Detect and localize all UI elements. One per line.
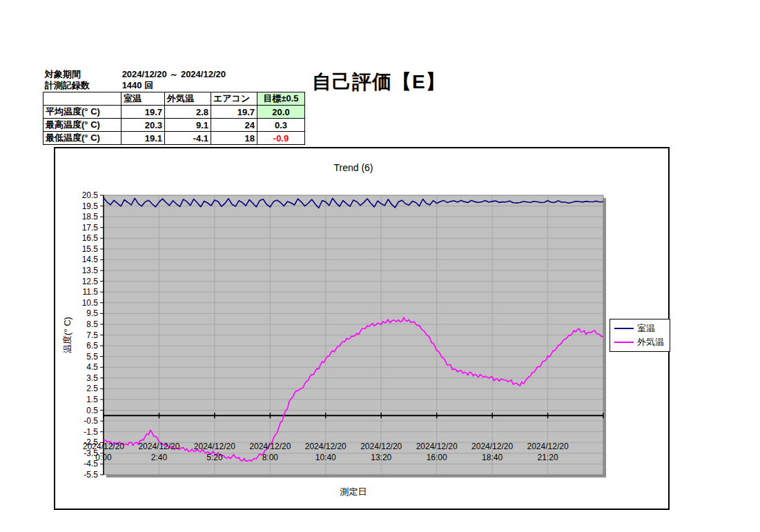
table-header-row: 室温 外気温 エアコン 目標±0.5 — [43, 92, 305, 106]
avg-room-temp: 19.7 — [121, 106, 165, 119]
x-tick-label-date: 2024/12/20 — [471, 442, 513, 451]
record-count-row: 計測記録数 1440 回 — [45, 79, 153, 92]
trend-chart: 20.519.518.517.516.515.514.513.512.511.5… — [54, 147, 670, 510]
chart-legend: 室温 外気温 — [610, 319, 670, 352]
y-tick-label: 4.5 — [86, 362, 98, 372]
max-aircon: 24 — [211, 119, 257, 132]
y-tick-label: 5.5 — [86, 352, 98, 362]
x-tick-label-date: 2024/12/20 — [249, 442, 291, 451]
x-tick-label-date: 2024/12/20 — [360, 442, 402, 451]
legend-label-outdoor-temp: 外気温 — [637, 336, 664, 348]
min-outdoor-temp: -4.1 — [165, 132, 211, 145]
self-evaluation-heading: 自己評価【E】 — [312, 69, 446, 95]
avg-outdoor-temp: 2.8 — [165, 106, 211, 119]
report-page: 対象期間 2024/12/20 ～ 2024/12/20 計測記録数 1440 … — [0, 0, 760, 532]
y-tick-label: 13.5 — [82, 266, 99, 275]
row-label-average: 平均温度(° C) — [43, 106, 121, 119]
legend-label-room-temp: 室温 — [637, 322, 655, 335]
max-outdoor-temp: 9.1 — [165, 119, 211, 132]
legend-item-room-temp: 室温 — [614, 322, 670, 335]
x-tick-label-time: 8:00 — [262, 453, 279, 462]
target-period-value: 2024/12/20 ～ 2024/12/20 — [122, 69, 226, 79]
y-tick-label: 17.5 — [82, 223, 99, 233]
y-tick-label: 8.5 — [86, 319, 98, 329]
y-tick-label: 20.5 — [82, 190, 99, 200]
x-tick-label-time: 10:40 — [315, 453, 336, 462]
y-tick-label: -0.5 — [84, 416, 98, 426]
min-target-delta: -0.9 — [257, 132, 305, 145]
x-tick-label-date: 2024/12/20 — [194, 442, 235, 451]
y-tick-label: 14.5 — [82, 255, 99, 264]
x-tick-label-date: 2024/12/20 — [305, 442, 347, 451]
target-value: 20.0 — [257, 106, 305, 119]
record-count-label: 計測記録数 — [45, 79, 119, 92]
y-tick-label: 10.5 — [82, 298, 99, 308]
x-tick-label-time: 0:00 — [95, 453, 112, 462]
legend-item-outdoor-temp: 外気温 — [614, 335, 670, 349]
y-tick-label: 2.5 — [86, 384, 98, 393]
stats-table: 室温 外気温 エアコン 目標±0.5 平均温度(° C) 19.7 2.8 19… — [43, 92, 305, 145]
y-tick-label: 6.5 — [86, 341, 98, 351]
y-tick-label: -1.5 — [84, 427, 98, 437]
x-tick-label-date: 2024/12/20 — [83, 442, 124, 451]
y-tick-label: 15.5 — [82, 244, 99, 254]
record-count-value: 1440 回 — [122, 80, 154, 90]
header-target: 目標±0.5 — [257, 92, 305, 106]
y-tick-label: 3.5 — [86, 373, 98, 383]
y-tick-label: 1.5 — [86, 395, 98, 404]
min-aircon: 18 — [211, 132, 257, 145]
max-target-delta: 0.3 — [257, 119, 305, 132]
x-tick-label-time: 18:40 — [482, 453, 503, 462]
room-temp-line-swatch — [614, 328, 634, 329]
x-tick-label-time: 16:00 — [427, 453, 447, 462]
y-tick-label: -5.5 — [84, 470, 98, 480]
y-tick-label: 11.5 — [83, 287, 99, 297]
y-tick-labels: 20.519.518.517.516.515.514.513.512.511.5… — [82, 190, 99, 480]
y-tick-label: 19.5 — [82, 201, 99, 211]
header-aircon: エアコン — [211, 92, 257, 106]
x-axis-title: 測定日 — [55, 486, 652, 498]
row-label-min: 最低温度(° C) — [43, 132, 121, 145]
y-tick-label: 18.5 — [82, 212, 99, 221]
header-outdoor-temp: 外気温 — [165, 92, 211, 106]
y-axis — [100, 195, 104, 475]
x-tick-label-time: 2:40 — [151, 453, 168, 462]
header-room-temp: 室温 — [121, 92, 165, 106]
y-tick-label: 12.5 — [82, 277, 99, 286]
chart-title: Trend (6) — [55, 162, 652, 173]
table-row: 最低温度(° C) 19.1 -4.1 18 -0.9 — [43, 132, 305, 145]
y-tick-label: 0.5 — [86, 406, 98, 415]
x-tick-label-time: 5:20 — [206, 453, 223, 462]
min-room-temp: 19.1 — [121, 132, 165, 145]
table-row: 最高温度(° C) 20.3 9.1 24 0.3 — [43, 119, 305, 132]
row-label-max: 最高温度(° C) — [43, 119, 121, 132]
header-empty — [43, 92, 121, 106]
x-tick-label-date: 2024/12/20 — [138, 442, 179, 451]
outdoor-temp-line-swatch — [614, 342, 634, 343]
table-row: 平均温度(° C) 19.7 2.8 19.7 20.0 — [43, 106, 305, 119]
y-axis-title: 温度(° C) — [62, 317, 72, 353]
chart-plot-svg: 20.519.518.517.516.515.514.513.512.511.5… — [55, 148, 668, 509]
x-tick-label-time: 21:20 — [538, 453, 558, 462]
max-room-temp: 20.3 — [121, 119, 165, 132]
y-tick-label: 9.5 — [86, 308, 98, 318]
avg-aircon: 19.7 — [211, 106, 257, 119]
y-tick-label: 7.5 — [86, 331, 98, 340]
y-tick-label: 16.5 — [82, 233, 99, 243]
x-tick-label-time: 13:20 — [371, 453, 391, 462]
x-tick-label-date: 2024/12/20 — [416, 442, 458, 451]
x-tick-label-date: 2024/12/20 — [527, 442, 569, 451]
